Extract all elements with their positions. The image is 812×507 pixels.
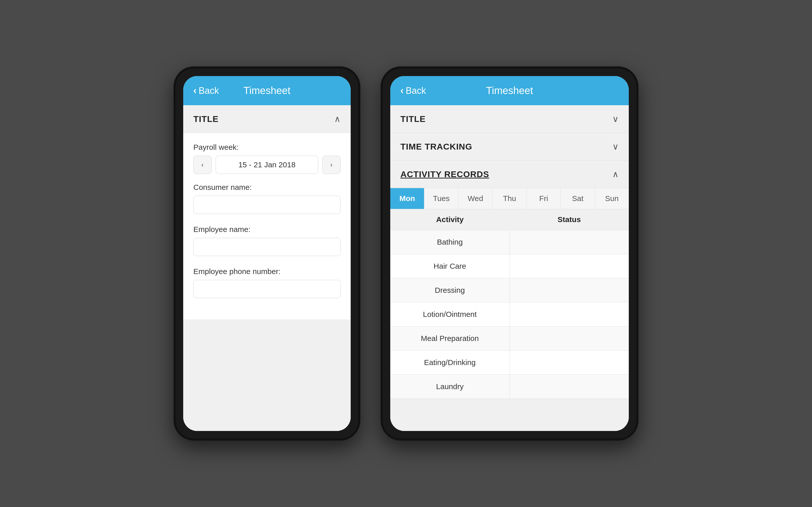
- table-row: Laundry: [390, 375, 629, 399]
- activity-cell-bathing: Bathing: [390, 230, 510, 254]
- day-tab-fri[interactable]: Fri: [527, 188, 561, 209]
- day-tab-sun[interactable]: Sun: [595, 188, 629, 209]
- tablet-title-section-label: TITLE: [400, 114, 425, 124]
- tablet-time-tracking-section-label: TIME TRACKING: [400, 142, 472, 152]
- employee-phone-input[interactable]: [193, 280, 341, 298]
- day-tab-tues[interactable]: Tues: [424, 188, 458, 209]
- payroll-week-next-button[interactable]: ›: [322, 156, 341, 174]
- phone-header: ‹ Back Timesheet: [183, 76, 351, 105]
- tablet-activity-records-section-label: ACTIVITY RECORDS: [400, 169, 489, 179]
- activity-cell-laundry: Laundry: [390, 375, 510, 398]
- payroll-week-group: Payroll week: ‹ 15 - 21 Jan 2018 ›: [193, 143, 341, 174]
- table-row: Dressing: [390, 278, 629, 302]
- day-tab-sat[interactable]: Sat: [561, 188, 595, 209]
- table-row: Lotion/Ointment: [390, 302, 629, 327]
- tablet-back-chevron-icon: ‹: [400, 85, 404, 96]
- employee-name-label: Employee name:: [193, 225, 341, 234]
- status-cell-hair-care: [510, 254, 629, 278]
- phone-screen: ‹ Back Timesheet TITLE ∧ Payroll week: ‹…: [183, 76, 351, 431]
- employee-phone-group: Employee phone number:: [193, 267, 341, 307]
- phone-back-chevron-icon: ‹: [193, 85, 197, 96]
- day-tab-thu[interactable]: Thu: [493, 188, 526, 209]
- consumer-name-label: Consumer name:: [193, 183, 341, 192]
- activity-cell-eating-drinking: Eating/Drinking: [390, 351, 510, 375]
- activity-cell-hair-care: Hair Care: [390, 254, 510, 278]
- phone-back-button[interactable]: ‹ Back: [193, 85, 219, 96]
- table-row: Eating/Drinking: [390, 351, 629, 375]
- phone-title-section-header[interactable]: TITLE ∧: [183, 105, 351, 133]
- employee-name-group: Employee name:: [193, 225, 341, 265]
- tablet-header: ‹ Back Timesheet: [390, 76, 629, 105]
- status-cell-lotion-ointment: [510, 302, 629, 326]
- day-tab-mon[interactable]: Mon: [390, 188, 424, 209]
- tablet-title-section-header[interactable]: TITLE ∨: [390, 105, 629, 133]
- employee-name-input[interactable]: [193, 238, 341, 256]
- consumer-name-input[interactable]: [193, 196, 341, 214]
- tablet-screen: ‹ Back Timesheet TITLE ∨ TIME TRACKING ∨…: [390, 76, 629, 431]
- tablet-content: TITLE ∨ TIME TRACKING ∨ ACTIVITY RECORDS…: [390, 105, 629, 431]
- table-row: Hair Care: [390, 254, 629, 278]
- tablet-header-title: Timesheet: [486, 85, 533, 96]
- tablet-time-tracking-chevron-icon: ∨: [612, 142, 619, 152]
- tablet-device: ‹ Back Timesheet TITLE ∨ TIME TRACKING ∨…: [380, 66, 639, 441]
- tablet-activity-records-chevron-icon: ∧: [612, 169, 619, 179]
- status-cell-bathing: [510, 230, 629, 254]
- table-row: Bathing: [390, 230, 629, 254]
- activity-cell-meal-preparation: Meal Preparation: [390, 327, 510, 350]
- payroll-week-prev-button[interactable]: ‹: [193, 156, 212, 174]
- tablet-back-button[interactable]: ‹ Back: [400, 85, 426, 96]
- payroll-week-label: Payroll week:: [193, 143, 341, 152]
- tablet-activity-records-section-header[interactable]: ACTIVITY RECORDS ∧: [390, 161, 629, 188]
- activity-cell-dressing: Dressing: [390, 278, 510, 302]
- phone-device: ‹ Back Timesheet TITLE ∧ Payroll week: ‹…: [173, 66, 360, 441]
- phone-title-section-label: TITLE: [193, 114, 218, 124]
- status-cell-laundry: [510, 375, 629, 398]
- payroll-week-value: 15 - 21 Jan 2018: [216, 156, 318, 174]
- activity-table-header: Activity Status: [390, 209, 629, 230]
- status-column-header: Status: [510, 209, 629, 230]
- day-tabs: Mon Tues Wed Thu Fri Sat Sun: [390, 188, 629, 209]
- consumer-name-group: Consumer name:: [193, 183, 341, 223]
- tablet-title-chevron-icon: ∨: [612, 114, 619, 124]
- day-tab-wed[interactable]: Wed: [459, 188, 493, 209]
- payroll-week-picker: ‹ 15 - 21 Jan 2018 ›: [193, 156, 341, 174]
- phone-title-chevron-icon: ∧: [334, 114, 341, 124]
- phone-back-label: Back: [199, 86, 219, 96]
- status-cell-meal-preparation: [510, 327, 629, 350]
- phone-header-title: Timesheet: [243, 85, 290, 96]
- activity-table: Activity Status Bathing Hair Care Dressi…: [390, 209, 629, 399]
- status-cell-eating-drinking: [510, 351, 629, 375]
- tablet-time-tracking-section-header[interactable]: TIME TRACKING ∨: [390, 133, 629, 161]
- table-row: Meal Preparation: [390, 327, 629, 351]
- activity-column-header: Activity: [390, 209, 510, 230]
- activity-cell-lotion-ointment: Lotion/Ointment: [390, 302, 510, 326]
- status-cell-dressing: [510, 278, 629, 302]
- employee-phone-label: Employee phone number:: [193, 267, 341, 276]
- phone-content: TITLE ∧ Payroll week: ‹ 15 - 21 Jan 2018…: [183, 105, 351, 431]
- phone-title-section-content: Payroll week: ‹ 15 - 21 Jan 2018 › Consu…: [183, 133, 351, 320]
- tablet-back-label: Back: [406, 86, 426, 96]
